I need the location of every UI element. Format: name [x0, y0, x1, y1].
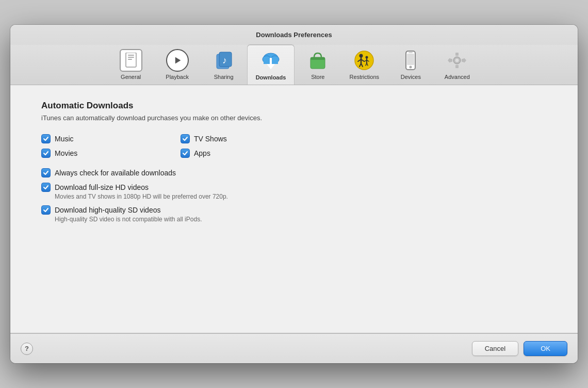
tab-advanced[interactable]: Advanced — [434, 45, 480, 85]
cancel-button[interactable]: Cancel — [472, 341, 518, 356]
svg-rect-30 — [407, 54, 414, 65]
svg-marker-13 — [267, 64, 275, 69]
help-button[interactable]: ? — [21, 343, 33, 355]
checkbox-movies-row: Movies — [41, 149, 160, 158]
action-buttons: Cancel OK — [472, 341, 567, 356]
checkbox-check-downloads-label: Always check for available downloads — [55, 169, 176, 177]
svg-point-34 — [455, 59, 459, 62]
checkbox-apps-label: Apps — [194, 149, 210, 157]
tab-advanced-label: Advanced — [445, 74, 470, 80]
checkbox-tvshows[interactable] — [181, 134, 190, 143]
tab-devices[interactable]: Devices — [387, 45, 434, 85]
tab-playback[interactable]: Playback — [154, 45, 201, 85]
checkbox-music-label: Music — [55, 135, 74, 143]
svg-rect-35 — [455, 53, 459, 56]
checkbox-apps[interactable] — [181, 149, 190, 158]
tab-restrictions-label: Restrictions — [350, 74, 379, 80]
checkbox-music[interactable] — [41, 134, 51, 143]
tab-restrictions[interactable]: Restrictions — [341, 45, 387, 85]
restrictions-icon — [353, 49, 375, 72]
tab-sharing-label: Sharing — [214, 74, 234, 80]
checkbox-sd-label: Download high-quality SD videos — [55, 206, 160, 214]
checkbox-check-downloads-row: Always check for available downloads — [41, 168, 547, 177]
bottom-bar: ? Cancel OK — [10, 333, 578, 363]
svg-rect-2 — [128, 57, 134, 58]
checkbox-movies-label: Movies — [55, 149, 77, 157]
ok-button[interactable]: OK — [524, 341, 567, 356]
svg-text:♪: ♪ — [222, 55, 227, 66]
svg-rect-15 — [311, 57, 325, 60]
window-title: Downloads Preferences — [10, 31, 578, 39]
section-desc: iTunes can automatically download purcha… — [41, 114, 547, 122]
general-icon — [120, 49, 142, 72]
checkbox-check-downloads[interactable] — [41, 168, 51, 177]
svg-rect-32 — [409, 52, 413, 53]
downloads-icon — [259, 50, 282, 72]
checkbox-tvshows-label: TV Shows — [194, 135, 227, 143]
title-bar: Downloads Preferences General — [10, 25, 578, 85]
svg-rect-12 — [270, 58, 272, 65]
tab-downloads-label: Downloads — [256, 74, 286, 80]
checkbox-sd-desc: High-quality SD video is not compatible … — [55, 216, 547, 223]
checkbox-music-row: Music — [41, 134, 160, 143]
tab-store-label: Store — [311, 74, 324, 80]
checkbox-sd-block: Download high-quality SD videos High-qua… — [41, 205, 547, 223]
store-icon — [306, 49, 329, 72]
tab-store[interactable]: Store — [295, 45, 341, 85]
checkbox-tvshows-row: TV Shows — [181, 134, 299, 143]
checkbox-block-extra: Always check for available downloads Dow… — [41, 168, 547, 223]
svg-rect-3 — [128, 59, 132, 60]
checkbox-grid: Music TV Shows Movies — [41, 134, 299, 158]
preferences-window: Downloads Preferences General — [10, 25, 578, 363]
playback-icon — [166, 49, 189, 72]
tab-general[interactable]: General — [108, 45, 154, 85]
checkbox-hd-label: Download full-size HD videos — [55, 183, 149, 191]
tab-general-label: General — [121, 74, 141, 80]
checkbox-hd-row: Download full-size HD videos — [41, 183, 547, 192]
checkbox-apps-row: Apps — [181, 149, 299, 158]
tab-playback-label: Playback — [166, 74, 189, 80]
svg-rect-36 — [455, 65, 459, 68]
svg-rect-1 — [128, 55, 134, 56]
checkbox-hd-block: Download full-size HD videos Movies and … — [41, 183, 547, 200]
checkbox-sd-row: Download high-quality SD videos — [41, 205, 547, 215]
checkbox-movies[interactable] — [41, 149, 51, 158]
advanced-icon — [446, 49, 468, 72]
checkbox-sd-videos[interactable] — [41, 205, 51, 215]
content-area: Automatic Downloads iTunes can automatic… — [10, 85, 578, 333]
devices-icon — [399, 49, 422, 72]
section-title: Automatic Downloads — [41, 101, 547, 111]
tab-downloads[interactable]: Downloads — [247, 45, 295, 85]
svg-point-16 — [355, 51, 373, 70]
svg-marker-4 — [175, 57, 181, 63]
tab-sharing[interactable]: ♪ Sharing — [201, 45, 247, 85]
tab-devices-label: Devices — [401, 74, 421, 80]
checkbox-hd-videos[interactable] — [41, 183, 51, 192]
checkbox-hd-desc: Movies and TV shows in 1080p HD will be … — [55, 193, 547, 200]
svg-point-31 — [410, 66, 412, 69]
toolbar: General Playback — [10, 45, 578, 85]
sharing-icon: ♪ — [213, 49, 235, 72]
